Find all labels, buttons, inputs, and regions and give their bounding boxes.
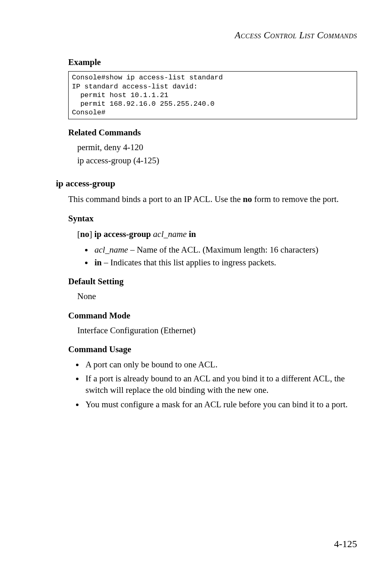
usage-item: A port can only be bound to one ACL.: [84, 359, 357, 370]
syntax-option: in – Indicates that this list applies to…: [93, 257, 357, 268]
syntax-no: no: [80, 229, 89, 239]
syntax-option: acl_name – Name of the ACL. (Maximum len…: [93, 244, 357, 255]
option-desc: – Name of the ACL. (Maximum length: 16 c…: [128, 245, 318, 255]
command-mode-value: Interface Configuration (Ethernet): [77, 325, 357, 336]
desc-post: form to remove the port.: [252, 194, 339, 204]
default-setting-value: None: [77, 290, 357, 302]
command-description: This command binds a port to an IP ACL. …: [68, 193, 357, 205]
syntax-arg: acl_name: [151, 229, 189, 239]
desc-pre: This command binds a port to an IP ACL. …: [68, 194, 243, 204]
page-content: Example Console#show ip access-list stan…: [68, 56, 357, 410]
syntax-cmd: ip access-group: [94, 229, 151, 239]
example-code-block: Console#show ip access-list standard IP …: [68, 71, 357, 119]
related-commands-heading: Related Commands: [68, 127, 357, 138]
syntax-line: [no] ip access-group acl_name in: [77, 228, 357, 240]
command-mode-heading: Command Mode: [68, 310, 357, 321]
command-usage-heading: Command Usage: [68, 344, 357, 355]
option-desc: – Indicates that this list applies to in…: [102, 258, 277, 267]
command-title: ip access-group: [56, 177, 357, 190]
option-name: in: [95, 258, 102, 267]
usage-item: You must configure a mask for an ACL rul…: [84, 399, 357, 410]
syntax-in: in: [189, 229, 196, 239]
header-title-text: Access Control List Commands: [235, 30, 357, 40]
default-setting-heading: Default Setting: [68, 276, 357, 287]
option-name: acl_name: [95, 245, 128, 255]
syntax-close: ]: [89, 229, 94, 239]
desc-bold: no: [243, 194, 252, 204]
page-header: Access Control List Commands: [45, 29, 357, 42]
related-command-line: ip access-group (4-125): [77, 155, 357, 166]
related-command-line: permit, deny 4-120: [77, 142, 357, 153]
usage-item: If a port is already bound to an ACL and…: [84, 373, 357, 396]
usage-list: A port can only be bound to one ACL. If …: [84, 359, 357, 410]
syntax-options-list: acl_name – Name of the ACL. (Maximum len…: [93, 244, 357, 268]
syntax-open: [: [77, 229, 80, 239]
example-heading: Example: [68, 56, 357, 68]
page-number: 4-125: [334, 537, 357, 550]
syntax-heading: Syntax: [68, 213, 357, 224]
